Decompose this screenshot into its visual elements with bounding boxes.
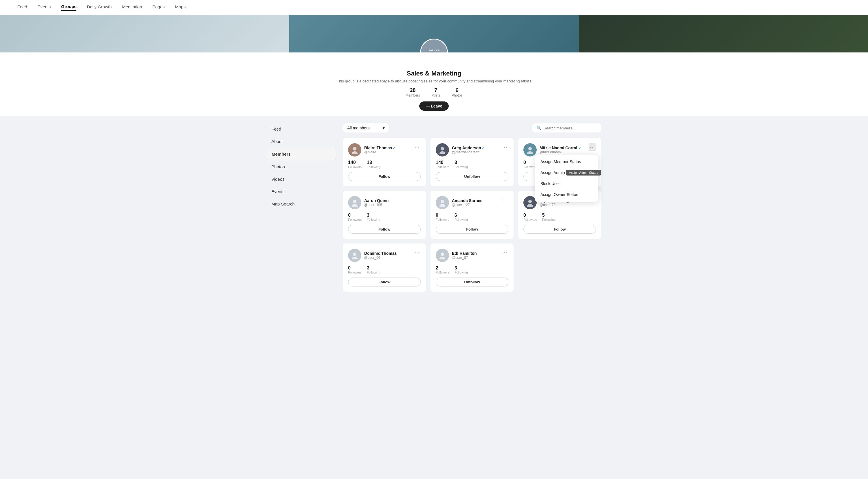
member-options-button[interactable]: ⋯ bbox=[413, 196, 421, 203]
following-stat: 5 Following bbox=[542, 213, 555, 221]
followers-stat: 0 Followers bbox=[436, 213, 449, 221]
filter-selected-label: All members bbox=[347, 126, 370, 130]
member-text-info: Amanda Sarnes @user_127 bbox=[452, 198, 483, 207]
posts-stat: 7 Posts bbox=[431, 87, 440, 97]
member-options-button[interactable]: ⋯ bbox=[413, 249, 421, 256]
member-stats: 0 Followers 6 Following bbox=[436, 213, 508, 221]
sidebar-item-events[interactable]: Events bbox=[267, 186, 336, 197]
nav-item-daily-growth[interactable]: Daily Growth bbox=[87, 4, 112, 10]
member-options-button[interactable]: ⋯ bbox=[413, 143, 421, 151]
followers-stat: 0 Followers bbox=[348, 213, 362, 221]
followers-label: Followers bbox=[348, 218, 362, 221]
follow-button[interactable]: Follow bbox=[348, 225, 421, 234]
dropdown-item-2[interactable]: Block User bbox=[535, 178, 598, 189]
nav-item-groups[interactable]: Groups bbox=[61, 4, 76, 11]
following-stat: 13 Following bbox=[367, 160, 380, 169]
verified-badge: ✓ bbox=[578, 146, 581, 150]
members-filter-select[interactable]: All members ▾ bbox=[343, 123, 389, 133]
search-members-input[interactable] bbox=[544, 126, 597, 130]
leave-button[interactable]: — Leave bbox=[419, 101, 449, 111]
sidebar-item-feed[interactable]: Feed bbox=[267, 123, 336, 135]
svg-point-9 bbox=[439, 204, 445, 206]
follow-button[interactable]: Follow bbox=[523, 225, 596, 234]
svg-point-15 bbox=[439, 257, 445, 259]
followers-stat: 140 Followers bbox=[348, 160, 362, 169]
member-info: Blaire Thomas✓ @blaire bbox=[348, 143, 396, 157]
followers-count: 0 bbox=[523, 213, 537, 218]
member-options-button[interactable]: ⋯ bbox=[501, 249, 508, 256]
following-count: 3 bbox=[367, 265, 380, 270]
dropdown-item-3[interactable]: Assign Owner Status bbox=[535, 189, 598, 200]
posts-count: 7 bbox=[431, 87, 440, 93]
following-count: 3 bbox=[455, 265, 468, 270]
member-card-header: Dominic Thomas @user_66 ⋯ bbox=[348, 249, 421, 262]
member-options-button[interactable]: ⋯ bbox=[589, 143, 596, 151]
member-handle: @gregwanderson bbox=[452, 150, 485, 154]
member-stats: 0 Followers 3 Following bbox=[348, 265, 421, 274]
following-stat: 3 Following bbox=[367, 213, 380, 221]
photos-count: 6 bbox=[452, 87, 462, 93]
sidebar: FeedAboutMembersPhotosVideosEventsMap Se… bbox=[267, 123, 336, 292]
nav-item-pages[interactable]: Pages bbox=[152, 4, 165, 10]
following-count: 6 bbox=[455, 213, 468, 218]
dropdown-item-0[interactable]: Assign Member Status bbox=[535, 156, 598, 167]
member-handle: @user_66 bbox=[364, 256, 397, 260]
following-label: Following bbox=[367, 270, 380, 274]
member-card: Amanda Sarnes @user_127 ⋯ 0 Followers 6 … bbox=[431, 191, 514, 239]
member-handle: @user_105 bbox=[364, 203, 389, 207]
nav-item-events[interactable]: Events bbox=[37, 4, 51, 10]
members-count: 28 bbox=[405, 87, 420, 93]
followers-count: 0 bbox=[436, 213, 449, 218]
member-options-button[interactable]: ⋯ bbox=[501, 143, 508, 151]
hero-segment-3 bbox=[579, 15, 868, 53]
dropdown-item-label: Assign Owner Status bbox=[540, 192, 578, 197]
member-name: Aaron Quinn bbox=[364, 198, 389, 203]
member-options-button[interactable]: ⋯ bbox=[501, 196, 508, 203]
followers-label: Followers bbox=[436, 218, 449, 221]
following-stat: 6 Following bbox=[455, 213, 468, 221]
posts-label: Posts bbox=[431, 93, 440, 97]
unfollow-button[interactable]: Unfollow bbox=[436, 278, 508, 286]
member-name: Mitzie Naomi Corral✓ bbox=[539, 146, 581, 150]
members-grid: Blaire Thomas✓ @blaire ⋯ 140 Followers 1… bbox=[343, 138, 601, 292]
group-avatar-text: SALES & MARKETING bbox=[421, 39, 447, 53]
member-info: Greg Anderson✓ @gregwanderson bbox=[436, 143, 485, 157]
content-area: All members ▾ 🔍 Blaire Thomas✓ @blaire ⋯ bbox=[343, 123, 601, 292]
member-name: Greg Anderson✓ bbox=[452, 146, 485, 150]
following-label: Following bbox=[455, 270, 468, 274]
unfollow-button[interactable]: Unfollow bbox=[436, 172, 508, 181]
sidebar-item-photos[interactable]: Photos bbox=[267, 161, 336, 173]
chevron-down-icon: ▾ bbox=[383, 126, 385, 130]
followers-stat: 2 Followers bbox=[436, 265, 449, 274]
svg-point-7 bbox=[352, 204, 358, 206]
dropdown-item-1[interactable]: Assign Admin Status Assign Admin Status bbox=[535, 167, 598, 178]
verified-badge: ✓ bbox=[482, 146, 485, 150]
member-card-header: Blaire Thomas✓ @blaire ⋯ bbox=[348, 143, 421, 157]
filter-bar: All members ▾ 🔍 bbox=[343, 123, 601, 133]
nav-item-maps[interactable]: Maps bbox=[175, 4, 186, 10]
sidebar-item-about[interactable]: About bbox=[267, 135, 336, 147]
followers-label: Followers bbox=[348, 165, 362, 169]
member-card-header: Mitzie Naomi Corral✓ @mitzienaomi ⋯ Assi… bbox=[523, 143, 596, 157]
svg-point-14 bbox=[441, 253, 444, 256]
member-avatar bbox=[436, 143, 449, 157]
member-card: Aaron Quinn @user_105 ⋯ 0 Followers 3 Fo… bbox=[343, 191, 426, 239]
member-handle: @blaire bbox=[364, 150, 396, 154]
nav-item-meditation[interactable]: Meditation bbox=[122, 4, 142, 10]
member-text-info: Dominic Thomas @user_66 bbox=[364, 251, 397, 260]
nav-item-feed[interactable]: Feed bbox=[17, 4, 27, 10]
follow-button[interactable]: Follow bbox=[348, 278, 421, 286]
follow-button[interactable]: Follow bbox=[436, 225, 508, 234]
sidebar-item-map-search[interactable]: Map Search bbox=[267, 198, 336, 210]
member-name: Ed! Hamilton bbox=[452, 251, 477, 256]
followers-stat: 0 Followers bbox=[348, 265, 362, 274]
follow-button[interactable]: Follow bbox=[348, 172, 421, 181]
sidebar-item-members[interactable]: Members bbox=[267, 148, 336, 160]
member-card: Greg Anderson✓ @gregwanderson ⋯ 140 Foll… bbox=[431, 138, 514, 186]
followers-label: Followers bbox=[523, 218, 537, 221]
following-count: 5 bbox=[542, 213, 555, 218]
svg-point-5 bbox=[527, 151, 533, 154]
member-card: Ed! Hamilton @user_87 ⋯ 2 Followers 3 Fo… bbox=[431, 244, 514, 292]
member-name: Blaire Thomas✓ bbox=[364, 146, 396, 150]
sidebar-item-videos[interactable]: Videos bbox=[267, 173, 336, 185]
